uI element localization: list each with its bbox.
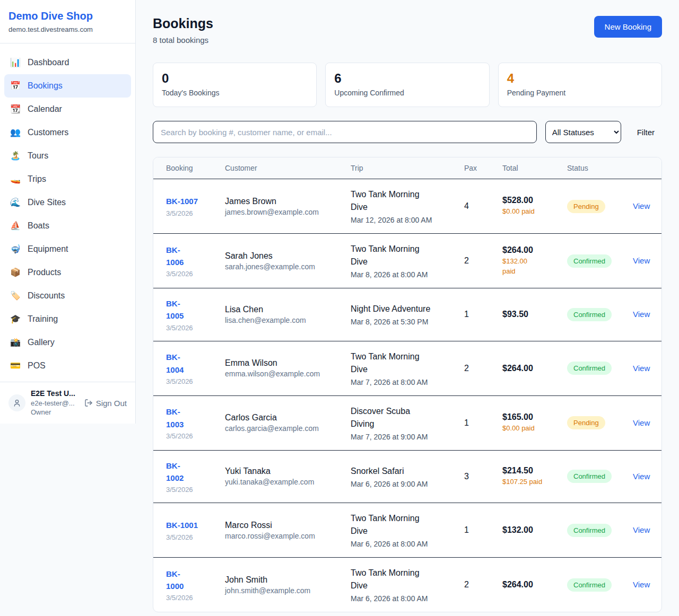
sailboat-icon: ⛵ <box>10 219 21 232</box>
table-row: BK- 1005 3/5/2026 Lisa Chen lisa.chen@ex… <box>153 288 661 341</box>
booking-id-link[interactable]: BK-1007 <box>166 195 198 207</box>
trip-name: Two Tank Morning Dive <box>351 567 447 592</box>
pax-value: 3 <box>464 472 469 481</box>
booking-cell: BK-1007 3/5/2026 <box>153 179 216 234</box>
customer-email: john.smith@example.com <box>225 586 334 595</box>
wave-icon: 🌊 <box>10 196 21 209</box>
sidebar-item[interactable]: 🌊 Dive Sites <box>4 191 131 214</box>
column-header-customer: Customer <box>216 157 342 179</box>
total-amount: $264.00 <box>502 364 550 373</box>
view-link[interactable]: View <box>633 201 650 210</box>
sidebar-item[interactable]: 📅 Bookings <box>4 74 131 98</box>
status-filter-select[interactable]: All Statuses <box>545 121 621 143</box>
stat-label: Today's Bookings <box>162 89 308 97</box>
customer-email: marco.rossi@example.com <box>225 532 334 540</box>
customer-cell: James Brown james.brown@example.com <box>216 179 342 234</box>
customer-cell: Carlos Garcia carlos.garcia@example.com <box>216 395 342 450</box>
status-cell: Confirmed <box>559 450 624 503</box>
sidebar-item[interactable]: 🤿 Equipment <box>4 237 131 261</box>
people-icon: 👥 <box>10 126 21 139</box>
sidebar-item-label: Tours <box>28 149 48 162</box>
view-link[interactable]: View <box>633 525 650 534</box>
view-link[interactable]: View <box>633 418 650 427</box>
table-row: BK- 1002 3/5/2026 Yuki Tanaka yuki.tanak… <box>153 450 661 503</box>
view-link[interactable]: View <box>633 364 650 373</box>
search-input[interactable] <box>153 121 537 143</box>
sign-out-button[interactable]: Sign Out <box>84 399 127 408</box>
table-row: BK- 1000 3/5/2026 John Smith john.smith@… <box>153 558 661 612</box>
actions-cell: View <box>624 450 661 503</box>
customer-name: Sarah Jones <box>225 251 334 261</box>
sidebar-item-label: Customers <box>28 126 68 139</box>
new-booking-button[interactable]: New Booking <box>594 16 662 38</box>
stat-card: 0 Today's Bookings <box>153 63 317 107</box>
booking-id-link[interactable]: BK- 1000 <box>166 568 184 593</box>
sidebar-item[interactable]: 👥 Customers <box>4 121 131 144</box>
sidebar-item[interactable]: 📸 Gallery <box>4 331 131 354</box>
booking-id-link[interactable]: BK- 1004 <box>166 351 184 376</box>
status-cell: Confirmed <box>559 558 624 612</box>
sidebar-item-label: Calendar <box>28 103 62 116</box>
sidebar-header: Demo Dive Shop demo.test.divestreams.com <box>0 0 135 43</box>
stat-label: Pending Payment <box>507 89 653 97</box>
booking-id-link[interactable]: BK-1001 <box>166 519 198 531</box>
sidebar-item[interactable]: 🏷️ Discounts <box>4 284 131 307</box>
stat-label: Upcoming Confirmed <box>334 89 480 97</box>
trip-datetime: Mar 8, 2026 at 5:30 PM <box>351 318 447 326</box>
sidebar-item[interactable]: 🎓 Training <box>4 307 131 331</box>
customer-email: james.brown@example.com <box>225 208 334 216</box>
table-row: BK- 1004 3/5/2026 Emma Wilson emma.wilso… <box>153 341 661 395</box>
booking-id-link[interactable]: BK- 1006 <box>166 244 184 269</box>
customer-email: emma.wilson@example.com <box>225 369 334 378</box>
status-badge: Confirmed <box>567 470 612 483</box>
sidebar-item[interactable]: 📆 Calendar <box>4 98 131 121</box>
total-cell: $264.00 <box>494 558 559 612</box>
trip-datetime: Mar 7, 2026 at 8:00 AM <box>351 378 447 386</box>
pax-value: 2 <box>464 364 469 373</box>
stats-row: 0 Today's Bookings 6 Upcoming Confirmed … <box>153 63 662 107</box>
view-link[interactable]: View <box>633 580 650 589</box>
trip-datetime: Mar 6, 2026 at 9:00 AM <box>351 480 447 488</box>
view-link[interactable]: View <box>633 310 650 319</box>
booking-id-link[interactable]: BK- 1002 <box>166 460 184 485</box>
sidebar-item-label: Training <box>28 313 58 325</box>
person-icon <box>13 399 21 407</box>
sidebar-item-label: Products <box>28 266 61 279</box>
shop-domain: demo.test.divestreams.com <box>8 25 127 33</box>
status-badge: Confirmed <box>567 524 612 537</box>
label-tag-icon: 🏷️ <box>10 289 21 302</box>
customer-email: yuki.tanaka@example.com <box>225 478 334 486</box>
sidebar-item-label: Dive Sites <box>28 196 66 209</box>
sidebar-item[interactable]: 📦 Products <box>4 261 131 284</box>
booking-id-link[interactable]: BK- 1005 <box>166 297 184 322</box>
table-body: BK-1007 3/5/2026 James Brown james.brown… <box>153 179 661 612</box>
booking-cell: BK- 1005 3/5/2026 <box>153 288 216 341</box>
sidebar: Demo Dive Shop demo.test.divestreams.com… <box>0 0 136 424</box>
customer-cell: Yuki Tanaka yuki.tanaka@example.com <box>216 450 342 503</box>
total-amount: $165.00 <box>502 412 550 422</box>
pax-cell: 2 <box>456 341 494 395</box>
filter-button[interactable]: Filter <box>630 128 662 137</box>
sidebar-item[interactable]: 📊 Dashboard <box>4 51 131 74</box>
total-amount: $214.50 <box>502 466 550 476</box>
column-header-pax: Pax <box>456 157 494 179</box>
trip-cell: Snorkel Safari Mar 6, 2026 at 9:00 AM <box>342 450 456 503</box>
table-row: BK- 1006 3/5/2026 Sarah Jones sarah.jone… <box>153 234 661 288</box>
calendar-icon: 📅 <box>10 80 21 92</box>
sidebar-item[interactable]: 🏝️ Tours <box>4 144 131 168</box>
status-badge: Pending <box>567 416 605 429</box>
logout-icon <box>84 399 93 407</box>
view-link[interactable]: View <box>633 256 650 265</box>
trip-datetime: Mar 12, 2026 at 8:00 AM <box>351 216 447 224</box>
trip-cell: Two Tank Morning Dive Mar 8, 2026 at 8:0… <box>342 234 456 288</box>
column-header-actions <box>624 157 661 179</box>
table-header: Booking Customer Trip Pax Total Status <box>153 157 661 179</box>
total-cell: $528.00 $0.00 paid <box>494 179 559 234</box>
sidebar-item[interactable]: 💳 POS <box>4 354 131 377</box>
customer-name: Emma Wilson <box>225 358 334 368</box>
sidebar-item[interactable]: ⛵ Boats <box>4 214 131 237</box>
sidebar-item[interactable]: 🚤 Trips <box>4 168 131 191</box>
booking-id-link[interactable]: BK- 1003 <box>166 406 184 430</box>
view-link[interactable]: View <box>633 472 650 481</box>
booking-date: 3/5/2026 <box>166 533 208 541</box>
